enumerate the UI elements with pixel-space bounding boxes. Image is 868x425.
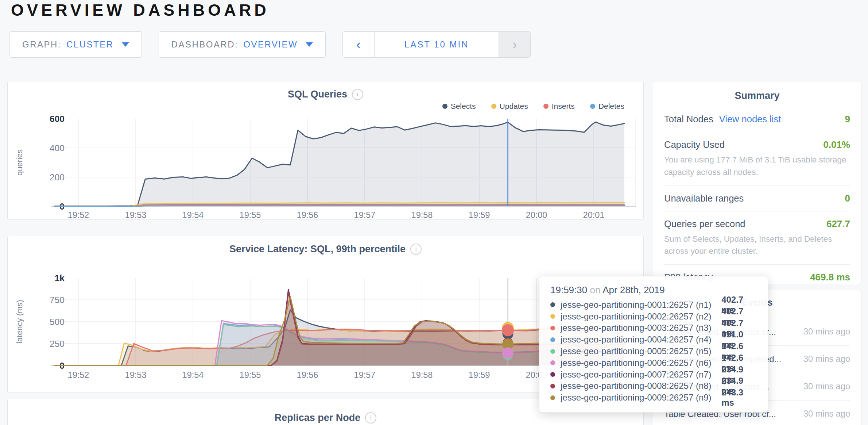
time-next-button[interactable]: › — [499, 32, 530, 57]
tooltip-node-name: jesse-geo-partitioning-0008:26257 (n8) — [561, 381, 721, 391]
event-time: 30 mins ago — [802, 408, 850, 420]
sql-queries-title-row: SQL Queries i — [8, 81, 643, 100]
qps-subtext: Sum of Selects, Updates, Inserts, and De… — [664, 233, 850, 258]
legend-item-selects[interactable]: Selects — [442, 102, 476, 111]
tooltip-rows: jesse-geo-partitioning-0001:26257 (n1)40… — [550, 299, 757, 403]
time-range-value[interactable]: LAST 10 MIN — [375, 32, 499, 57]
svg-text:19:52: 19:52 — [68, 370, 89, 380]
series-dot-icon — [550, 395, 555, 400]
event-time: 30 mins ago — [802, 353, 850, 365]
tooltip-node-name: jesse-geo-partitioning-0003:26257 (n3) — [561, 323, 721, 333]
service-latency-title: Service Latency: SQL, 99th percentile — [229, 244, 406, 255]
sql-queries-title: SQL Queries — [288, 89, 347, 100]
series-dot-icon — [550, 349, 555, 354]
legend-dot-icon — [442, 104, 447, 109]
overview-dashboard-page: OVERVIEW DASHBOARD GRAPH: CLUSTER DASHBO… — [0, 0, 868, 425]
svg-text:19:57: 19:57 — [354, 370, 376, 380]
qps-label: Queries per second — [664, 219, 745, 229]
svg-text:500: 500 — [50, 317, 65, 327]
graph-dropdown[interactable]: GRAPH: CLUSTER — [9, 31, 142, 58]
legend-item-updates[interactable]: Updates — [491, 102, 528, 111]
svg-text:latency (ms): latency (ms) — [15, 300, 24, 344]
svg-text:20:00: 20:00 — [526, 210, 547, 220]
svg-text:19:56: 19:56 — [297, 210, 318, 220]
svg-text:19:57: 19:57 — [354, 210, 376, 220]
sql-queries-legend: SelectsUpdatesInsertsDeletes — [8, 101, 643, 111]
legend-item-inserts[interactable]: Inserts — [543, 102, 575, 111]
view-nodes-list-link[interactable]: View nodes list — [719, 114, 781, 125]
svg-text:250: 250 — [50, 339, 65, 349]
event-time: 30 mins ago — [802, 381, 850, 392]
svg-text:19:53: 19:53 — [125, 210, 147, 220]
svg-text:19:56: 19:56 — [297, 370, 318, 380]
chevron-left-icon: ‹ — [356, 37, 361, 53]
p99-latency-value: 469.8 ms — [810, 272, 850, 283]
graph-dropdown-value: CLUSTER — [66, 39, 114, 50]
series-dot-icon — [550, 326, 555, 330]
svg-text:750: 750 — [50, 295, 65, 305]
tooltip-node-name: jesse-geo-partitioning-0007:26257 (n7) — [561, 370, 721, 380]
tooltip-row: jesse-geo-partitioning-0009:26257 (n9)24… — [550, 392, 757, 403]
chevron-down-icon — [122, 42, 129, 47]
legend-item-deletes[interactable]: Deletes — [590, 102, 624, 111]
svg-text:19:52: 19:52 — [68, 210, 89, 220]
dashboard-dropdown[interactable]: DASHBOARD: OVERVIEW — [159, 31, 326, 58]
svg-text:200: 200 — [50, 172, 65, 182]
summary-row-capacity-used: Capacity Used 0.01% You are using 177.7 … — [664, 132, 850, 186]
tooltip-node-value: 243.3 ms — [721, 387, 757, 408]
page-title: OVERVIEW DASHBOARD — [11, 1, 270, 20]
series-dot-icon — [550, 360, 555, 365]
unavailable-ranges-label: Unavailable ranges — [664, 193, 744, 204]
svg-text:19:58: 19:58 — [411, 210, 433, 220]
tooltip-node-name: jesse-geo-partitioning-0004:26257 (n4) — [561, 334, 721, 345]
event-time: 30 mins ago — [802, 326, 850, 337]
tooltip-node-name: jesse-geo-partitioning-0006:26257 (n6) — [561, 358, 721, 368]
legend-dot-icon — [590, 104, 595, 109]
unavailable-ranges-value: 0 — [845, 193, 850, 204]
series-dot-icon — [550, 372, 555, 377]
svg-text:19:53: 19:53 — [125, 370, 147, 380]
legend-dot-icon — [491, 104, 496, 109]
capacity-used-value: 0.01% — [823, 139, 850, 150]
qps-value: 627.7 — [826, 218, 850, 230]
svg-text:19:54: 19:54 — [182, 210, 204, 220]
series-dot-icon — [550, 337, 555, 342]
capacity-used-label: Capacity Used — [664, 139, 725, 150]
chevron-down-icon — [306, 42, 313, 47]
graph-dropdown-label: GRAPH: — [22, 39, 61, 50]
svg-text:19:55: 19:55 — [240, 370, 261, 380]
tooltip-on: on — [590, 284, 600, 295]
time-range-selector: ‹ LAST 10 MIN › — [342, 31, 531, 58]
sql-queries-card: SQL Queries i SelectsUpdatesInsertsDelet… — [7, 81, 644, 220]
svg-text:19:59: 19:59 — [469, 370, 490, 380]
svg-text:1k: 1k — [55, 273, 65, 283]
svg-text:19:54: 19:54 — [182, 370, 204, 380]
time-prev-button[interactable]: ‹ — [343, 32, 375, 57]
svg-text:19:58: 19:58 — [411, 370, 433, 380]
replicas-title: Replicas per Node — [275, 412, 361, 424]
svg-text:19:55: 19:55 — [240, 210, 261, 220]
tooltip-node-name: jesse-geo-partitioning-0002:26257 (n2) — [561, 311, 721, 322]
tooltip-node-name: jesse-geo-partitioning-0001:26257 (n1) — [561, 300, 721, 310]
summary-row-total-nodes: Total Nodes View nodes list 9 — [664, 107, 850, 132]
total-nodes-label: Total Nodes — [664, 114, 713, 125]
series-dot-icon — [550, 302, 555, 307]
info-icon[interactable]: i — [352, 89, 363, 100]
tooltip-header: 19:59:30 on Apr 28th, 2019 — [550, 284, 757, 296]
svg-text:600: 600 — [50, 114, 65, 124]
info-icon[interactable]: i — [365, 412, 376, 424]
tooltip-node-name: jesse-geo-partitioning-0005:26257 (n5) — [561, 346, 721, 356]
sql-queries-chart[interactable]: 600400200019:5219:5319:5419:5519:5619:57… — [8, 111, 643, 221]
svg-text:20:01: 20:01 — [583, 210, 605, 220]
total-nodes-value: 9 — [845, 114, 850, 125]
chart-tooltip: 19:59:30 on Apr 28th, 2019 jesse-geo-par… — [539, 276, 768, 413]
dashboard-dropdown-value: OVERVIEW — [243, 39, 298, 50]
summary-title: Summary — [664, 90, 850, 102]
summary-panel: Summary Total Nodes View nodes list 9 Ca… — [653, 81, 861, 284]
legend-dot-icon — [543, 104, 549, 109]
capacity-used-subtext: You are using 177.7 MiB of 3.1 TiB usabl… — [664, 154, 850, 179]
info-icon[interactable]: i — [410, 244, 422, 255]
controls-bar: GRAPH: CLUSTER DASHBOARD: OVERVIEW ‹ LAS… — [9, 31, 531, 58]
chevron-right-icon: › — [512, 37, 517, 53]
series-dot-icon — [550, 314, 555, 319]
